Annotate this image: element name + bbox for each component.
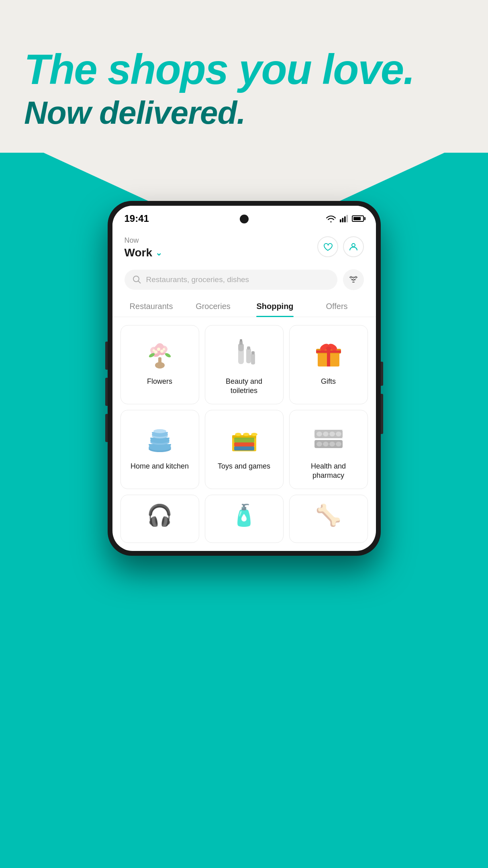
svg-point-11 [355,276,357,278]
svg-point-21 [157,348,160,351]
svg-rect-34 [251,351,255,354]
category-petfood[interactable]: 🦴 [289,495,368,543]
profile-button[interactable] [343,236,364,257]
hero-subtitle: Now delivered. [24,94,464,131]
flowers-label: Flowers [147,377,172,386]
home-image [142,420,178,456]
side-button-left-1 [105,342,108,370]
tab-offers[interactable]: Offers [306,296,368,317]
search-input-wrapper[interactable]: Restaurants, groceries, dishes [125,270,337,290]
svg-point-24 [153,349,155,352]
category-health[interactable]: Health and pharmacy [289,410,368,489]
electronics-image: 🎧 [147,503,173,528]
health-svg [310,420,347,456]
petfood-image: 🦴 [315,503,341,528]
beauty-svg [226,335,262,371]
svg-point-10 [353,279,354,280]
search-placeholder: Restaurants, groceries, dishes [146,275,249,284]
tab-shopping[interactable]: Shopping [244,296,306,317]
svg-rect-55 [234,446,254,450]
gifts-label: Gifts [321,377,336,386]
cleaning-image: 🧴 [231,503,257,528]
category-beauty[interactable]: Beauty and toiletries [205,325,284,404]
phone-screen: 19:41 [112,206,376,551]
side-button-right-2 [381,394,383,434]
svg-point-60 [329,432,335,436]
svg-point-22 [160,350,163,353]
location-chevron-icon: ⌄ [155,248,162,258]
battery-icon [352,215,364,222]
location-text: Work [125,246,153,259]
svg-rect-56 [234,438,254,442]
phone-outer: 19:41 [108,201,381,556]
camera-cutout [240,215,249,223]
status-bar: 19:41 [112,206,376,228]
wishlist-button[interactable] [317,236,338,257]
tab-restaurants[interactable]: Restaurants [120,296,182,317]
svg-rect-31 [246,348,251,363]
category-cleaning[interactable]: 🧴 [205,495,284,543]
flowers-svg [142,335,178,371]
svg-rect-0 [340,219,341,222]
svg-rect-33 [251,353,255,364]
filter-icon [349,275,358,285]
svg-point-58 [316,432,322,436]
svg-rect-32 [247,346,250,350]
svg-point-61 [336,432,341,436]
svg-point-59 [323,432,329,436]
toys-svg [226,420,262,456]
side-button-left-2 [105,378,108,406]
category-gifts[interactable]: Gifts [289,325,368,404]
hero-title: The shops you love. [24,48,464,90]
phone-mockup: 19:41 [108,201,381,556]
svg-point-4 [352,244,355,247]
tab-bar: Restaurants Groceries Shopping Offers [112,296,376,317]
svg-rect-2 [344,217,346,223]
svg-point-63 [316,442,322,446]
tab-groceries[interactable]: Groceries [182,296,244,317]
app-header: Now Work ⌄ [112,228,376,265]
health-image [310,420,347,456]
health-label: Health and pharmacy [296,462,361,481]
delivery-time-label: Now [125,236,163,245]
svg-rect-13 [158,357,161,368]
beauty-label: Beauty and toiletries [212,377,277,396]
person-icon [348,242,359,252]
svg-point-53 [251,433,257,436]
svg-point-65 [329,442,335,446]
location-name[interactable]: Work ⌄ [125,246,163,259]
svg-point-41 [326,346,331,351]
home-label: Home and kitchen [131,462,189,471]
side-button-left-3 [105,414,108,442]
svg-point-48 [153,429,166,433]
toys-label: Toys and games [218,462,270,471]
toys-image [226,420,262,456]
search-icon [133,275,141,284]
category-home[interactable]: Home and kitchen [120,410,199,489]
svg-point-66 [336,442,341,446]
heart-icon [323,242,333,252]
svg-point-9 [350,276,352,278]
signal-icon [340,215,349,223]
hero-section: The shops you love. Now delivered. [24,48,464,131]
svg-rect-3 [346,215,348,222]
beauty-image [226,335,262,371]
side-button-right-1 [381,362,383,386]
home-svg [142,420,178,456]
category-flowers[interactable]: Flowers [120,325,199,404]
svg-point-64 [323,442,329,446]
svg-point-23 [163,348,165,350]
svg-rect-30 [240,339,242,342]
status-time: 19:41 [125,213,149,224]
wifi-icon [325,215,337,223]
filter-button[interactable] [343,269,364,290]
svg-point-52 [243,433,249,436]
category-grid: Flowers [112,317,376,551]
header-icon-group [317,236,364,257]
category-electronics[interactable]: 🎧 [120,495,199,543]
status-icons [325,215,364,223]
category-toys[interactable]: Toys and games [205,410,284,489]
search-bar: Restaurants, groceries, dishes [125,269,364,290]
flowers-image [142,335,178,371]
gifts-svg [310,335,347,371]
